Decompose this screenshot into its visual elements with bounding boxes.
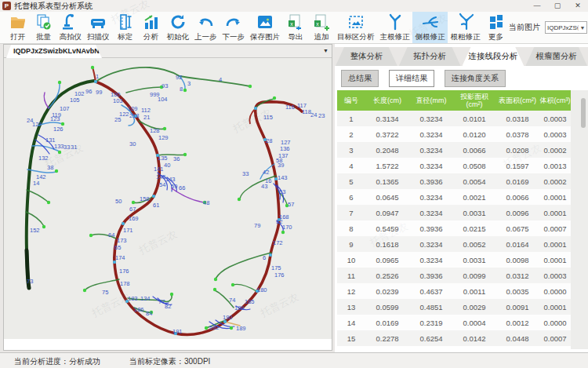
toolbar-button-target-area[interactable]: 目标区分析 [335,12,378,43]
toolbar-button-export-excel[interactable]: x 导出 [283,12,309,43]
table-scrollbar[interactable] [571,90,588,349]
table-cell: 0.3134 [365,111,409,126]
toolbar-button-initialize-refresh[interactable]: 初始化 [164,12,192,43]
table-row[interactable]: 10.31340.32340.01010.03180.0003 [337,111,571,126]
table-row[interactable]: 60.06450.32340.00210.00660.0001 [337,189,571,205]
toolbar-button-calibration-ruler[interactable]: 标定 [112,12,138,43]
toolbar-button-redo-arrow[interactable]: 下一步 [220,12,248,43]
toolbar-button-batch-documents[interactable]: 批量 [31,12,56,43]
table-cell: 0.0066 [453,142,495,158]
toolbar-button-open-folder[interactable]: 打开 [5,12,31,43]
toolbar-button-main-root[interactable]: 主根修正 [377,12,412,43]
result-button[interactable]: 详细结果 [389,70,434,87]
close-button[interactable]: ✕ [568,0,588,12]
root-label: 39 [278,162,284,169]
table-cell: 0.6254 [409,330,453,346]
scanner-icon [89,13,107,31]
table-cell: 0.0675 [495,220,539,236]
result-button[interactable]: 连接角度关系 [445,70,506,87]
table-row[interactable]: 100.09650.32340.00310.00980.0001 [337,252,571,268]
undo-arrow-icon [196,13,215,31]
table-row[interactable]: 70.09470.32340.00310.00960.0001 [337,205,571,220]
root-label: 141 [154,166,164,173]
svg-text:x: x [290,20,293,26]
root-label: 42 [263,169,269,176]
calibration-dpi-status: 当前标定像素：300DPI [129,356,210,367]
table-row[interactable]: 30.20480.32340.00660.02080.0002 [337,142,571,158]
root-label: 54 [159,181,165,188]
minimize-button[interactable]: — [527,0,547,12]
analysis-tab[interactable]: 整体分析 [336,47,397,66]
root-label: 66 [179,184,185,191]
toolbar-button-scanner[interactable]: 扫描仪 [85,12,113,43]
table-body: 10.31340.32340.01010.03180.000320.37220.… [337,111,571,346]
root-label: 4 [219,76,222,83]
table-cell: 0.1597 [495,158,539,173]
root-label: 116 [285,104,295,111]
root-label: 14 [33,180,39,187]
root-label: 126 [53,126,64,133]
toolbar-button-append-excel[interactable]: x 追加 [309,12,335,43]
more-grid-icon [487,13,506,31]
table-cell: 0.0215 [453,220,495,236]
analysis-tab[interactable]: 连接线段分析 [463,47,524,66]
table-cell: 0.0101 [453,111,495,126]
status-bar: 当前分析进度：分析成功 当前标定像素：300DPI [0,352,588,368]
export-excel-icon: x [286,13,305,31]
root-system-image: 1923849396991001039991041091122182112225… [4,58,332,344]
analysis-tab[interactable]: 根瘤菌分析 [525,47,587,66]
table-cell: 0.0001 [539,205,571,220]
table-cell: 0.0947 [365,205,409,220]
table-row[interactable]: 130.05990.48510.00290.00910.0001 [337,299,571,315]
toolbar-button-document-camera[interactable]: 高拍仪 [56,12,85,43]
root-label: 180 [257,286,267,293]
table-cell: 0.0031 [453,205,495,220]
root-label: 84 [146,310,152,317]
scrollbar-thumb[interactable] [581,98,586,128]
result-button[interactable]: 总结果 [341,70,379,87]
table-row[interactable]: 20.37220.32340.01200.03780.0003 [337,126,571,142]
column-header: 长度(cm) [365,90,409,111]
table-cell: 10 [337,252,365,268]
table-row[interactable]: 41.57220.32340.05080.15970.0013 [337,158,571,173]
root-label: 152 [30,227,40,234]
root-label: 74 [229,297,235,304]
root-image-viewport[interactable]: 1923849396991001039991041091122182112225… [4,58,332,344]
main-root-icon [386,13,405,31]
table-cell: 0.3234 [409,158,453,173]
current-image-dropdown[interactable]: IQDPJxZSwizbK ▼ [545,21,587,34]
table-cell: 0.0448 [495,330,539,346]
toolbar-button-analysis-chart[interactable]: 分析 [138,12,164,43]
toolbar-button-lateral-root[interactable]: 侧根修正 [412,12,448,43]
toolbar-button-more-grid[interactable]: 更多 [483,12,509,43]
table-cell: 12 [337,283,365,299]
analysis-tab[interactable]: 拓扑分析 [399,47,461,66]
table-cell: 0.0645 [365,189,409,205]
maximize-button[interactable]: ▢ [547,0,568,12]
root-label: 3 [187,80,191,87]
image-tab[interactable]: IQDPJxZSwizbKLvNAvbNA4... [6,45,102,58]
column-header: 编号 [337,90,365,111]
table-row[interactable]: 110.25260.39360.00990.03120.0003 [337,268,571,283]
table-row[interactable]: 80.54590.39360.02150.06750.0007 [337,220,571,236]
root-label: 61 [153,202,159,209]
root-number-labels: 1923849396991001039991041091122182112225… [27,73,325,335]
table-cell: 0.0007 [539,330,571,346]
root-label: 36 [173,155,180,162]
table-row[interactable]: 140.01690.23190.00040.00120.0000 [337,315,571,330]
table-row[interactable]: 50.13650.39360.00540.01690.0002 [337,173,571,189]
svg-text:x: x [316,20,319,26]
root-label: 218 [129,112,140,119]
table-row[interactable]: 150.22780.62540.01420.04480.0007 [337,330,571,346]
toolbar-button-root-hair[interactable]: 根粗修正 [448,12,483,43]
tab-list-chevron-icon[interactable]: ▼ [323,48,328,53]
table-cell: 5 [337,173,365,189]
root-label: 133 [54,143,64,150]
toolbar-button-save-image[interactable]: 保存图片 [248,12,283,43]
table-row[interactable]: 120.02390.46370.00110.00350.0000 [337,283,571,299]
root-label: 143 [165,176,176,183]
table-row[interactable]: 90.16180.32340.00520.01640.0001 [337,236,571,252]
root-label: 67 [129,206,136,213]
toolbar-button-undo-arrow[interactable]: 上一步 [192,12,220,43]
table-cell: 0.0011 [453,283,495,299]
